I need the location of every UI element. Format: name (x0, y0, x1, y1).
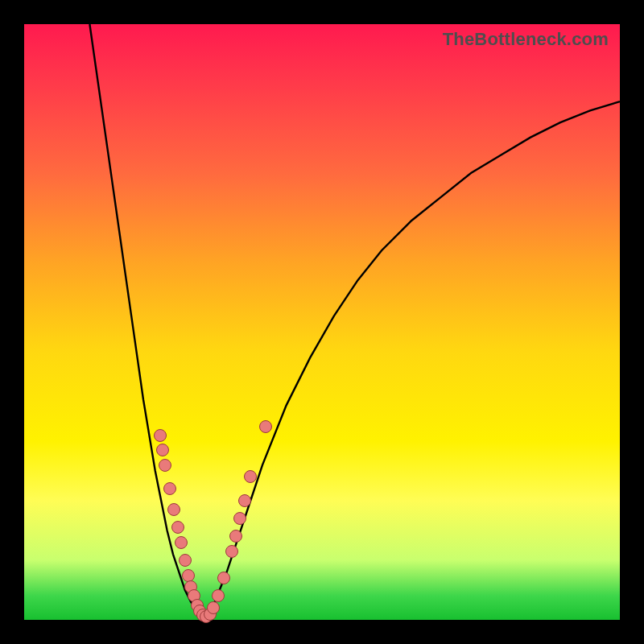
data-marker-left (179, 554, 192, 567)
data-marker-left (154, 429, 167, 442)
left-branch-line (89, 24, 203, 617)
data-marker-right (217, 572, 230, 584)
data-marker-left (175, 536, 188, 549)
chart-frame: TheBottleneck.com (0, 0, 644, 644)
data-marker-right (212, 589, 225, 602)
right-branch-line (203, 101, 620, 617)
data-marker-left (182, 569, 195, 582)
data-marker-right (229, 530, 242, 543)
plot-area: TheBottleneck.com (24, 24, 620, 620)
data-marker-right (259, 420, 272, 433)
data-marker-left (156, 444, 169, 456)
curve-layer (24, 24, 620, 620)
data-marker-right (225, 545, 238, 558)
data-marker-right (238, 494, 251, 507)
data-marker-right (233, 512, 246, 525)
data-marker-left (159, 459, 171, 472)
